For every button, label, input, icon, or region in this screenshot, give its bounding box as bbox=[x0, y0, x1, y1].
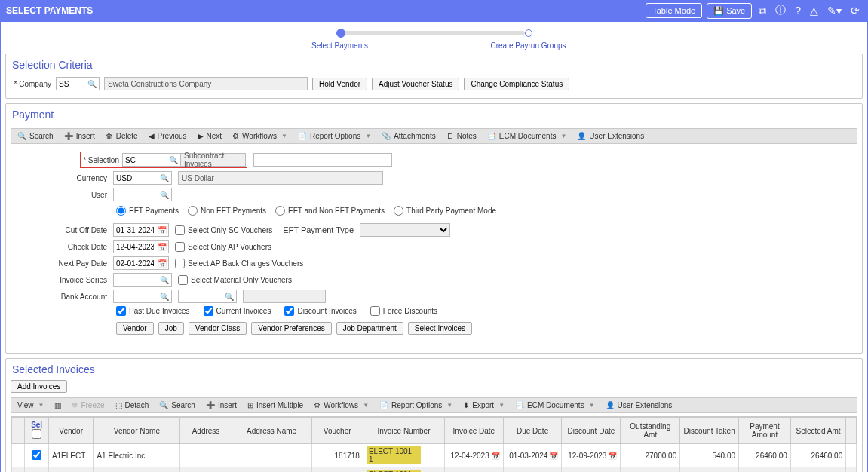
both-radio[interactable]: EFT and Non EFT Payments bbox=[275, 206, 385, 216]
grid-workflows-action[interactable]: ⚙Workflows▼ bbox=[314, 401, 369, 409]
search-icon[interactable]: 🔍 bbox=[158, 174, 171, 182]
search-icon[interactable]: 🔍 bbox=[158, 293, 171, 301]
grid-search-action[interactable]: 🔍Search bbox=[159, 401, 195, 409]
col-discount-taken[interactable]: Discount Taken bbox=[680, 418, 739, 444]
search-icon[interactable]: 🔍 bbox=[158, 191, 171, 199]
eft-radio[interactable]: EFT Payments bbox=[116, 206, 179, 216]
force-check[interactable]: Force Discounts bbox=[370, 306, 437, 316]
table-row[interactable]: A1ELECTA1 Electric Inc.181718ELECT-1001-… bbox=[12, 444, 857, 467]
col-address-name[interactable]: Address Name bbox=[232, 418, 311, 444]
workflows-action[interactable]: ⚙Workflows▼ bbox=[232, 132, 287, 140]
job-dept-button[interactable]: Job Department bbox=[336, 322, 403, 335]
calendar-icon[interactable]: 📅 bbox=[608, 452, 617, 460]
user-input[interactable] bbox=[114, 188, 158, 201]
grid-ecm-action[interactable]: 📑ECM Documents▼ bbox=[515, 401, 595, 409]
previous-action[interactable]: ◀Previous bbox=[149, 132, 187, 140]
add-invoices-button[interactable]: Add Invoices bbox=[11, 380, 67, 393]
eft-type-select[interactable] bbox=[360, 223, 450, 237]
vendor-pref-button[interactable]: Vendor Preferences bbox=[251, 322, 331, 335]
adjust-voucher-button[interactable]: Adjust Voucher Status bbox=[372, 78, 459, 90]
select-invoices-button[interactable]: Select Invoices bbox=[408, 322, 472, 335]
view-action[interactable]: View▼ bbox=[17, 401, 44, 409]
col-sel[interactable]: Sel bbox=[25, 418, 48, 444]
calendar-icon[interactable]: 📅 bbox=[491, 452, 500, 460]
noneft-radio[interactable]: Non EFT Payments bbox=[188, 206, 266, 216]
save-button[interactable]: 💾Save bbox=[707, 3, 752, 19]
selection-code-input[interactable] bbox=[123, 154, 167, 166]
grid-insert-action[interactable]: ➕Insert bbox=[206, 401, 237, 409]
cutoff-date-input[interactable]: 📅 bbox=[113, 223, 169, 237]
report-options-action[interactable]: 📄Report Options▼ bbox=[298, 132, 371, 140]
current-check[interactable]: Current Invoices bbox=[204, 306, 271, 316]
col-discount-date[interactable]: Discount Date bbox=[562, 418, 621, 444]
attachments-action[interactable]: 📎Attachments bbox=[382, 132, 436, 140]
calendar-icon[interactable]: 📅 bbox=[549, 452, 558, 460]
bank-lookup[interactable]: 🔍 bbox=[113, 290, 172, 303]
search-action[interactable]: 🔍Search bbox=[17, 132, 54, 140]
selection-lookup[interactable]: 🔍 bbox=[122, 153, 181, 167]
insert-action[interactable]: ➕Insert bbox=[64, 132, 95, 140]
search-icon[interactable]: 🔍 bbox=[167, 156, 180, 164]
check-date-input[interactable]: 📅 bbox=[113, 240, 169, 253]
copy-icon[interactable]: ⧉ bbox=[756, 5, 768, 17]
company-lookup[interactable]: 🔍 bbox=[56, 77, 100, 90]
notes-action[interactable]: 🗒Notes bbox=[446, 132, 477, 140]
help-icon[interactable]: ⓘ bbox=[773, 4, 788, 17]
detach-action[interactable]: ⬚Detach bbox=[115, 401, 149, 409]
col-selected-amt[interactable]: Selected Amt bbox=[790, 418, 845, 444]
insert-multiple-action[interactable]: ⊞Insert Multiple bbox=[247, 401, 303, 409]
user-ext-action[interactable]: 👤User Extensions bbox=[577, 132, 644, 140]
grid-report-action[interactable]: 📄Report Options▼ bbox=[379, 401, 452, 409]
refresh-icon[interactable]: ⟳ bbox=[848, 5, 862, 17]
next-action[interactable]: ▶Next bbox=[198, 132, 222, 140]
sc-only-check[interactable]: Select Only SC Vouchers bbox=[175, 225, 272, 235]
search-icon[interactable]: 🔍 bbox=[222, 293, 236, 301]
select-all-check[interactable] bbox=[32, 429, 41, 439]
col-outstanding[interactable]: Outstanding Amt bbox=[621, 418, 680, 444]
col-address[interactable]: Address bbox=[180, 418, 232, 444]
calendar-icon[interactable]: 📅 bbox=[156, 243, 168, 251]
past-due-check[interactable]: Past Due Invoices bbox=[116, 306, 190, 316]
col-voucher[interactable]: Voucher bbox=[311, 418, 363, 444]
invoice-series-lookup[interactable]: 🔍 bbox=[113, 273, 172, 287]
calendar-icon[interactable]: 📅 bbox=[156, 226, 168, 234]
step-create-payrun[interactable] bbox=[525, 29, 532, 37]
delete-action[interactable]: 🗑Delete bbox=[106, 132, 138, 140]
warning-icon[interactable]: △ bbox=[808, 5, 820, 17]
table-row[interactable]: A1ELECTA1 Electric Inc.181722ELECT-1001-… bbox=[12, 467, 857, 473]
currency-lookup[interactable]: 🔍 bbox=[113, 171, 172, 185]
third-party-radio[interactable]: Third Party Payment Mode bbox=[394, 206, 496, 216]
col-payment-amount[interactable]: Payment Amount bbox=[739, 418, 791, 444]
ap-back-check[interactable]: Select AP Back Charges Vouchers bbox=[175, 259, 303, 268]
hold-vendor-button[interactable]: Hold Vendor bbox=[312, 78, 367, 90]
row-select-check[interactable] bbox=[32, 450, 41, 460]
discount-check[interactable]: Discount Invoices bbox=[284, 306, 356, 316]
format-action[interactable]: ▥ bbox=[54, 401, 61, 409]
user-lookup[interactable]: 🔍 bbox=[113, 188, 172, 201]
material-only-check[interactable]: Select Material Only Vouchers bbox=[178, 275, 292, 285]
vendor-class-button[interactable]: Vendor Class bbox=[189, 322, 247, 335]
col-invoice-date[interactable]: Invoice Date bbox=[445, 418, 504, 444]
ap-only-check[interactable]: Select Only AP Vouchers bbox=[175, 242, 271, 252]
freeze-action[interactable]: ❄Freeze bbox=[72, 401, 104, 409]
vendor-filter-button[interactable]: Vendor bbox=[116, 322, 154, 335]
bank-lookup2[interactable]: 🔍 bbox=[178, 290, 237, 303]
table-mode-button[interactable]: Table Mode bbox=[646, 3, 702, 18]
search-icon[interactable]: 🔍 bbox=[85, 80, 99, 88]
change-compliance-button[interactable]: Change Compliance Status bbox=[464, 78, 569, 90]
col-vendor[interactable]: Vendor bbox=[48, 418, 94, 444]
nextpay-date-input[interactable]: 📅 bbox=[113, 256, 169, 270]
job-filter-button[interactable]: Job bbox=[158, 322, 184, 335]
selection-desc-input[interactable] bbox=[253, 153, 392, 167]
col-due-date[interactable]: Due Date bbox=[503, 418, 562, 444]
search-icon[interactable]: 🔍 bbox=[158, 276, 171, 284]
company-code-input[interactable] bbox=[57, 78, 85, 90]
col-vendor-name[interactable]: Vendor Name bbox=[94, 418, 180, 444]
step-select-payments[interactable] bbox=[336, 29, 345, 38]
calendar-icon[interactable]: 📅 bbox=[156, 259, 168, 268]
question-icon[interactable]: ? bbox=[793, 5, 803, 17]
col-invoice-number[interactable]: Invoice Number bbox=[363, 418, 444, 444]
edit-icon[interactable]: ✎▾ bbox=[825, 5, 844, 17]
export-action[interactable]: ⬇Export▼ bbox=[463, 401, 505, 409]
ecm-action[interactable]: 📑ECM Documents▼ bbox=[487, 132, 567, 140]
